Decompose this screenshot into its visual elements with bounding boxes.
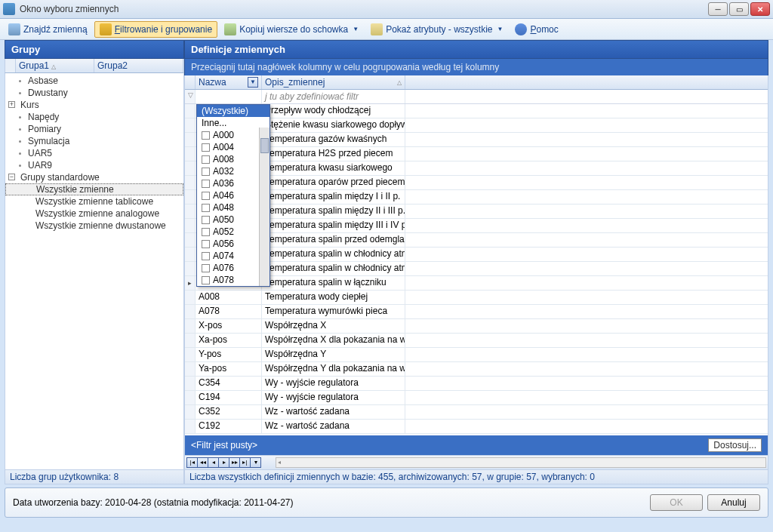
maximize-button[interactable]: ▭ (729, 2, 749, 16)
col-opis[interactable]: Opis_zmiennej △ (262, 75, 405, 89)
table-row[interactable]: A008Temperatura wody ciepłej (185, 291, 768, 305)
checkbox-icon[interactable] (202, 228, 210, 236)
sort-asc-icon: △ (397, 79, 402, 86)
filter-opis-cell[interactable]: j tu aby zdefiniować filtr (262, 90, 405, 103)
filter-option-label: A046 (213, 190, 234, 201)
table-row[interactable]: Temperatura spalin przed odemglacz (185, 233, 768, 248)
minimize-button[interactable]: ─ (708, 2, 728, 16)
table-row[interactable]: Temperatura spalin między III i IV p. (185, 219, 768, 233)
table-row[interactable]: Temperatura spalin w chłodnicy atm. (185, 248, 768, 262)
nav-bookmark-button[interactable]: ▾ (250, 457, 261, 468)
help-button[interactable]: Pomoc (510, 21, 563, 38)
table-row[interactable]: Temperatura oparów przed piecem (185, 176, 768, 190)
table-row[interactable]: C194Wy - wyjście regulatora (185, 391, 768, 405)
collapse-icon[interactable]: − (8, 174, 15, 180)
customize-filter-button[interactable]: Dostosuj... (708, 438, 762, 452)
groups-tree[interactable]: AsbaseDwustany+KursNapędyPomiarySymulacj… (5, 73, 184, 470)
definitions-grid-body[interactable]: Przepływ wody chłodzącejStężenie kwasu s… (185, 104, 768, 435)
table-row[interactable]: X-posWspółrzędna X (185, 319, 768, 334)
table-row[interactable]: Y-posWspółrzędna Y (185, 348, 768, 362)
checkbox-icon[interactable] (202, 216, 210, 224)
checkbox-icon[interactable] (202, 252, 210, 260)
tree-item[interactable]: Asbase (5, 75, 183, 87)
tree-item[interactable]: UAR5 (5, 147, 183, 159)
filter-option-all[interactable]: (Wszystkie) (197, 105, 269, 117)
table-row[interactable]: Przepływ wody chłodzącej (185, 104, 768, 118)
tree-item[interactable]: Napędy (5, 111, 183, 123)
table-row[interactable]: Temperatura kwasu siarkowego (185, 161, 768, 176)
table-row[interactable]: C354Wy - wyjście regulatora (185, 377, 768, 391)
table-row[interactable]: Xa-posWspółrzędna X dla pokazania na wyk… (185, 334, 768, 348)
group-by-hint[interactable]: Przeciągnij tutaj nagłówek kolumny w cel… (184, 59, 768, 75)
tree-item[interactable]: Symulacja (5, 135, 183, 147)
horizontal-scrollbar[interactable]: ◂ (276, 457, 766, 468)
table-row[interactable]: Temperatura H2S przed piecem (185, 147, 768, 161)
row-indicator (185, 176, 196, 189)
tree-item[interactable]: Wszystkie zmienne dwustanowe (5, 220, 183, 232)
checkbox-icon[interactable] (202, 143, 210, 152)
help-icon (515, 23, 527, 35)
row-indicator (185, 204, 196, 218)
checkbox-icon[interactable] (202, 192, 210, 200)
table-row[interactable]: A056Temperatura spalin w łączniku (185, 276, 768, 291)
col-grupa2[interactable]: Grupa2 (94, 59, 183, 72)
nav-first-button[interactable]: |◂ (186, 457, 198, 468)
checkbox-icon[interactable] (202, 131, 210, 140)
tree-item[interactable]: −Grupy standardowe (5, 171, 183, 183)
table-row[interactable]: Temperatura spalin między I i II p. (185, 190, 768, 204)
tree-item[interactable]: UAR9 (5, 159, 183, 171)
cell-nazwa: X-pos (196, 319, 262, 333)
table-row[interactable]: A078Temperatura wymurówki pieca (185, 305, 768, 319)
col-nazwa[interactable]: Nazwa ▼ (196, 75, 262, 89)
nazwa-filter-dropdown[interactable]: (Wszystkie) Inne... A000A004A008A032A036… (196, 104, 270, 287)
copy-rows-button[interactable]: Kopiuj wiersze do schowka ▼ (219, 21, 364, 38)
nav-next-button[interactable]: ▸ (218, 457, 229, 468)
nav-last-button[interactable]: ▸| (239, 457, 251, 468)
table-row[interactable]: Stężenie kwasu siarkowego dopływ. (185, 118, 768, 133)
tree-item[interactable]: Wszystkie zmienne (5, 183, 183, 195)
table-row[interactable]: Temperatura spalin w chłodnicy atm. (185, 262, 768, 276)
row-indicator (185, 334, 196, 347)
cell-nazwa: C352 (196, 405, 262, 419)
checkbox-icon[interactable] (202, 264, 210, 272)
tree-item[interactable]: Dwustany (5, 87, 183, 99)
ok-button[interactable]: OK (650, 494, 703, 511)
dropdown-scrollbar[interactable] (259, 128, 269, 286)
checkbox-icon[interactable] (202, 276, 210, 284)
col-grupa1[interactable]: Grupa1 △ (16, 59, 94, 72)
table-row[interactable]: C352Wz - wartość zadana (185, 405, 768, 420)
show-attrs-button[interactable]: Pokaż atrybuty - wszystkie ▼ (365, 21, 508, 38)
tree-item[interactable]: Wszystkie zmienne analogowe (5, 208, 183, 220)
expand-icon[interactable]: + (8, 101, 15, 108)
checkbox-icon[interactable] (202, 240, 210, 248)
row-indicator (185, 405, 196, 419)
cell-nazwa: Xa-pos (196, 334, 262, 347)
row-indicator (185, 248, 196, 261)
filter-group-button[interactable]: Filtrowanie i grupowanie (94, 21, 217, 38)
tree-item[interactable]: +Kurs (5, 99, 183, 111)
checkbox-icon[interactable] (202, 204, 210, 212)
row-indicator-header (5, 59, 16, 72)
cell-opis: Temperatura oparów przed piecem (262, 176, 405, 189)
nav-next-page-button[interactable]: ▸▸ (229, 457, 240, 468)
filter-nazwa-cell[interactable] (196, 90, 262, 103)
cell-nazwa: A008 (196, 291, 262, 304)
filter-dropdown-button[interactable]: ▼ (248, 77, 258, 88)
checkbox-icon[interactable] (202, 180, 210, 188)
table-row[interactable]: Temperatura gazów kwaśnych (185, 133, 768, 147)
cell-opis: Współrzędna X (262, 319, 405, 333)
cell-opis: Temperatura gazów kwaśnych (262, 133, 405, 146)
checkbox-icon[interactable] (202, 168, 210, 176)
find-variable-button[interactable]: Znajdź zmienną (3, 21, 93, 38)
tree-item[interactable]: Wszystkie zmienne tablicowe (5, 195, 183, 208)
nav-prev-page-button[interactable]: ◂◂ (197, 457, 208, 468)
tree-item-label: Pomiary (28, 124, 61, 134)
table-row[interactable]: C192Wz - wartość zadana (185, 420, 768, 434)
table-row[interactable]: Temperatura spalin między II i III p. (185, 204, 768, 219)
nav-prev-button[interactable]: ◂ (208, 457, 219, 468)
table-row[interactable]: Ya-posWspółrzędna Y dla pokazania na wyk… (185, 362, 768, 377)
close-button[interactable]: ✕ (750, 2, 770, 16)
cancel-button[interactable]: Anuluj (707, 494, 760, 511)
tree-item[interactable]: Pomiary (5, 123, 183, 135)
checkbox-icon[interactable] (202, 155, 210, 164)
